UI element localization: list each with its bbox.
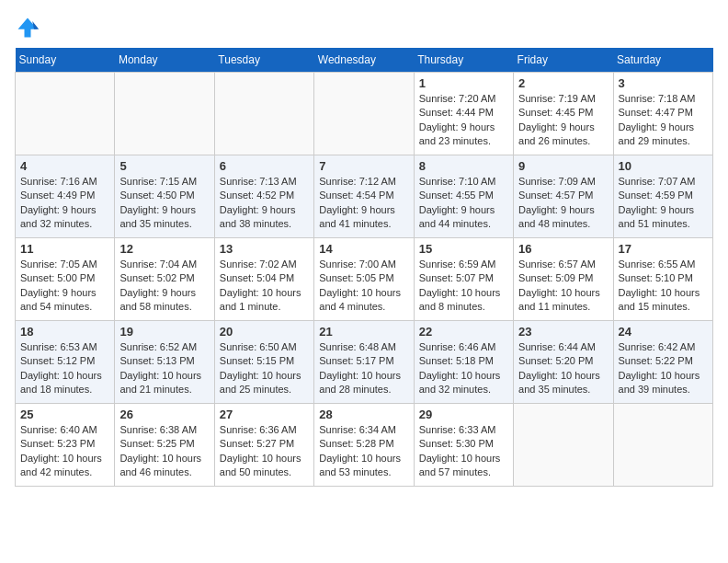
day-number: 29 (419, 408, 508, 421)
logo-icon (15, 15, 40, 40)
day-info: Sunrise: 6:40 AM Sunset: 5:23 PM Dayligh… (20, 423, 109, 480)
calendar-cell (613, 404, 712, 487)
calendar-cell: 18Sunrise: 6:53 AM Sunset: 5:12 PM Dayli… (16, 321, 115, 404)
calendar-cell: 9Sunrise: 7:09 AM Sunset: 4:57 PM Daylig… (514, 155, 613, 238)
day-info: Sunrise: 7:18 AM Sunset: 4:47 PM Dayligh… (619, 92, 708, 149)
weekday-header-tuesday: Tuesday (214, 48, 313, 73)
weekday-header-monday: Monday (115, 48, 214, 73)
calendar-cell: 24Sunrise: 6:42 AM Sunset: 5:22 PM Dayli… (613, 321, 712, 404)
day-number: 15 (419, 242, 508, 256)
calendar-cell: 23Sunrise: 6:44 AM Sunset: 5:20 PM Dayli… (514, 321, 613, 404)
day-info: Sunrise: 6:46 AM Sunset: 5:18 PM Dayligh… (419, 340, 508, 397)
calendar-cell (314, 73, 414, 155)
weekday-header-saturday: Saturday (613, 48, 712, 73)
day-number: 26 (119, 408, 209, 421)
calendar-cell (16, 73, 115, 155)
day-info: Sunrise: 7:10 AM Sunset: 4:55 PM Dayligh… (419, 175, 508, 232)
day-info: Sunrise: 7:05 AM Sunset: 5:00 PM Dayligh… (20, 258, 109, 315)
day-number: 14 (319, 242, 408, 256)
calendar-body: 1Sunrise: 7:20 AM Sunset: 4:44 PM Daylig… (16, 73, 713, 487)
calendar-cell: 3Sunrise: 7:18 AM Sunset: 4:47 PM Daylig… (613, 73, 712, 155)
day-number: 11 (20, 242, 109, 256)
calendar-cell: 29Sunrise: 6:33 AM Sunset: 5:30 PM Dayli… (414, 404, 513, 487)
day-number: 21 (319, 325, 408, 339)
day-info: Sunrise: 6:50 AM Sunset: 5:15 PM Dayligh… (220, 340, 309, 397)
calendar-cell: 27Sunrise: 6:36 AM Sunset: 5:27 PM Dayli… (214, 404, 313, 487)
calendar-cell: 20Sunrise: 6:50 AM Sunset: 5:15 PM Dayli… (214, 321, 313, 404)
day-info: Sunrise: 6:38 AM Sunset: 5:25 PM Dayligh… (119, 423, 209, 480)
day-info: Sunrise: 6:42 AM Sunset: 5:22 PM Dayligh… (619, 340, 708, 397)
day-info: Sunrise: 6:53 AM Sunset: 5:12 PM Dayligh… (20, 340, 109, 397)
calendar-cell: 21Sunrise: 6:48 AM Sunset: 5:17 PM Dayli… (314, 321, 414, 404)
day-number: 20 (220, 325, 309, 339)
calendar-cell: 10Sunrise: 7:07 AM Sunset: 4:59 PM Dayli… (613, 155, 712, 238)
calendar-week-1: 1Sunrise: 7:20 AM Sunset: 4:44 PM Daylig… (16, 73, 713, 155)
calendar-cell (115, 73, 214, 155)
day-number: 8 (419, 159, 508, 173)
day-number: 18 (20, 325, 109, 339)
weekday-header-sunday: Sunday (16, 48, 115, 73)
day-info: Sunrise: 6:44 AM Sunset: 5:20 PM Dayligh… (518, 340, 608, 397)
calendar-cell (514, 404, 613, 487)
day-info: Sunrise: 6:57 AM Sunset: 5:09 PM Dayligh… (518, 258, 608, 315)
day-number: 10 (619, 159, 708, 173)
day-info: Sunrise: 7:15 AM Sunset: 4:50 PM Dayligh… (119, 175, 209, 232)
day-number: 25 (20, 408, 109, 421)
calendar-cell: 11Sunrise: 7:05 AM Sunset: 5:00 PM Dayli… (16, 238, 115, 321)
day-info: Sunrise: 6:34 AM Sunset: 5:28 PM Dayligh… (319, 423, 408, 480)
day-number: 6 (220, 159, 309, 173)
calendar-cell: 15Sunrise: 6:59 AM Sunset: 5:07 PM Dayli… (414, 238, 513, 321)
calendar-cell: 17Sunrise: 6:55 AM Sunset: 5:10 PM Dayli… (613, 238, 712, 321)
calendar-cell: 28Sunrise: 6:34 AM Sunset: 5:28 PM Dayli… (314, 404, 414, 487)
day-info: Sunrise: 6:52 AM Sunset: 5:13 PM Dayligh… (119, 340, 209, 397)
day-number: 5 (119, 159, 209, 173)
day-number: 19 (119, 325, 209, 339)
day-number: 28 (319, 408, 408, 421)
day-number: 23 (518, 325, 608, 339)
day-info: Sunrise: 7:04 AM Sunset: 5:02 PM Dayligh… (119, 258, 209, 315)
calendar-week-5: 25Sunrise: 6:40 AM Sunset: 5:23 PM Dayli… (16, 404, 713, 487)
calendar-cell (214, 73, 313, 155)
calendar-cell: 13Sunrise: 7:02 AM Sunset: 5:04 PM Dayli… (214, 238, 313, 321)
day-number: 13 (220, 242, 309, 256)
weekday-header-wednesday: Wednesday (314, 48, 414, 73)
day-number: 2 (518, 76, 608, 90)
calendar-week-2: 4Sunrise: 7:16 AM Sunset: 4:49 PM Daylig… (16, 155, 713, 238)
day-number: 9 (518, 159, 608, 173)
weekday-header-friday: Friday (514, 48, 613, 73)
day-info: Sunrise: 7:09 AM Sunset: 4:57 PM Dayligh… (518, 175, 608, 232)
calendar-cell: 22Sunrise: 6:46 AM Sunset: 5:18 PM Dayli… (414, 321, 513, 404)
calendar-cell: 25Sunrise: 6:40 AM Sunset: 5:23 PM Dayli… (16, 404, 115, 487)
calendar-cell: 19Sunrise: 6:52 AM Sunset: 5:13 PM Dayli… (115, 321, 214, 404)
day-number: 12 (119, 242, 209, 256)
day-info: Sunrise: 7:00 AM Sunset: 5:05 PM Dayligh… (319, 258, 408, 315)
calendar-cell: 1Sunrise: 7:20 AM Sunset: 4:44 PM Daylig… (414, 73, 513, 155)
calendar-cell: 6Sunrise: 7:13 AM Sunset: 4:52 PM Daylig… (214, 155, 313, 238)
day-info: Sunrise: 7:16 AM Sunset: 4:49 PM Dayligh… (20, 175, 109, 232)
day-info: Sunrise: 6:59 AM Sunset: 5:07 PM Dayligh… (419, 258, 508, 315)
day-info: Sunrise: 6:33 AM Sunset: 5:30 PM Dayligh… (419, 423, 508, 480)
day-number: 27 (220, 408, 309, 421)
calendar-cell: 2Sunrise: 7:19 AM Sunset: 4:45 PM Daylig… (514, 73, 613, 155)
day-info: Sunrise: 7:12 AM Sunset: 4:54 PM Dayligh… (319, 175, 408, 232)
calendar-cell: 4Sunrise: 7:16 AM Sunset: 4:49 PM Daylig… (16, 155, 115, 238)
day-info: Sunrise: 6:48 AM Sunset: 5:17 PM Dayligh… (319, 340, 408, 397)
day-info: Sunrise: 6:36 AM Sunset: 5:27 PM Dayligh… (220, 423, 309, 480)
weekday-header-thursday: Thursday (414, 48, 513, 73)
day-number: 17 (619, 242, 708, 256)
day-number: 1 (419, 76, 508, 90)
day-number: 16 (518, 242, 608, 256)
page-header (15, 15, 713, 40)
day-number: 24 (619, 325, 708, 339)
calendar-cell: 8Sunrise: 7:10 AM Sunset: 4:55 PM Daylig… (414, 155, 513, 238)
calendar-cell: 14Sunrise: 7:00 AM Sunset: 5:05 PM Dayli… (314, 238, 414, 321)
day-number: 4 (20, 159, 109, 173)
calendar-cell: 16Sunrise: 6:57 AM Sunset: 5:09 PM Dayli… (514, 238, 613, 321)
day-info: Sunrise: 6:55 AM Sunset: 5:10 PM Dayligh… (619, 258, 708, 315)
calendar-cell: 12Sunrise: 7:04 AM Sunset: 5:02 PM Dayli… (115, 238, 214, 321)
day-number: 7 (319, 159, 408, 173)
calendar-header: SundayMondayTuesdayWednesdayThursdayFrid… (16, 48, 713, 73)
calendar-week-4: 18Sunrise: 6:53 AM Sunset: 5:12 PM Dayli… (16, 321, 713, 404)
calendar-table: SundayMondayTuesdayWednesdayThursdayFrid… (15, 48, 713, 487)
calendar-week-3: 11Sunrise: 7:05 AM Sunset: 5:00 PM Dayli… (16, 238, 713, 321)
